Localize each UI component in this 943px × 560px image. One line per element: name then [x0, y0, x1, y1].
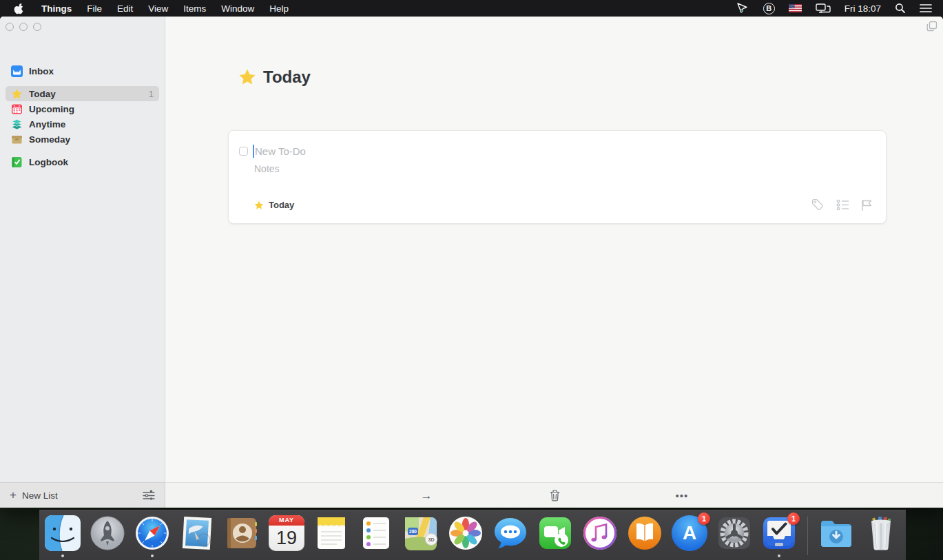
todo-title-input[interactable]: New To-Do [255, 145, 306, 157]
main-content: Today New To-Do Notes Today [165, 17, 943, 508]
dock-notes-icon[interactable] [313, 515, 349, 551]
dock-facetime-icon[interactable] [537, 515, 573, 551]
sidebar: Inbox Today 1 [0, 17, 165, 508]
dock-separator [807, 517, 808, 555]
menu-items[interactable]: Items [176, 0, 214, 17]
zoom-button[interactable] [33, 23, 41, 31]
dock-things-icon[interactable]: 1 [761, 515, 797, 551]
things-badge: 1 [787, 512, 800, 525]
dock-maps-icon[interactable]: 280 3D [403, 515, 439, 551]
sidebar-item-logbook[interactable]: Logbook [6, 154, 159, 169]
flag-icon[interactable] [861, 199, 873, 211]
traffic-lights [6, 23, 41, 31]
maps-3d-badge: 3D [425, 533, 437, 546]
layers-icon [11, 118, 23, 130]
sidebar-item-label: Someday [29, 134, 70, 145]
pointer-status-icon[interactable] [729, 0, 756, 17]
close-button[interactable] [6, 23, 14, 31]
maps-route-shield: 280 [408, 528, 418, 535]
apple-icon [14, 3, 24, 14]
menu-clock[interactable]: Fri 18:07 [838, 0, 888, 17]
menu-app-name[interactable]: Things [34, 0, 79, 17]
dock-downloads-icon[interactable] [818, 515, 854, 551]
logbook-check-icon [11, 156, 23, 168]
dock-ibooks-icon[interactable] [627, 515, 663, 551]
sidebar-item-today[interactable]: Today 1 [6, 86, 159, 101]
new-todo-card: New To-Do Notes Today [228, 130, 887, 224]
list-settings-sliders-icon[interactable] [143, 490, 155, 501]
dock-mail-icon[interactable] [179, 515, 215, 551]
new-list-button[interactable]: New List [22, 490, 58, 501]
text-caret [253, 145, 254, 158]
when-label: Today [269, 200, 294, 210]
today-count-badge: 1 [149, 89, 154, 99]
dock-appstore-icon[interactable]: A 1 [672, 515, 707, 551]
menu-window[interactable]: Window [214, 0, 262, 17]
sidebar-footer: + New List [0, 482, 165, 508]
bottom-toolbar: → ••• [165, 482, 943, 508]
calendar-icon [11, 103, 23, 115]
star-icon [11, 88, 23, 100]
dock-system-preferences-icon[interactable] [716, 515, 752, 551]
checklist-icon[interactable] [836, 199, 849, 211]
b-app-status-icon[interactable]: B [756, 0, 782, 17]
menu-view[interactable]: View [141, 0, 176, 17]
dock-safari-icon[interactable] [134, 515, 170, 551]
minimize-button[interactable] [19, 23, 28, 31]
menu-file[interactable]: File [79, 0, 110, 17]
sidebar-item-label: Logbook [29, 157, 68, 167]
trash-button[interactable] [541, 483, 568, 508]
tag-icon[interactable] [811, 198, 825, 211]
plus-icon: + [10, 488, 17, 502]
page-title-text: Today [263, 68, 311, 87]
notification-center-icon[interactable] [913, 0, 943, 17]
dock-messages-icon[interactable] [493, 515, 528, 551]
today-star-icon [238, 68, 256, 86]
dock-finder-icon[interactable] [45, 515, 81, 551]
page-title: Today [238, 68, 311, 87]
things-window: Inbox Today 1 [0, 17, 943, 508]
more-actions-button[interactable]: ••• [668, 483, 696, 508]
spotlight-search-icon[interactable] [888, 0, 913, 17]
move-arrow-button[interactable]: → [413, 483, 440, 508]
dock: MAY 19 [39, 510, 906, 560]
inbox-icon [11, 65, 23, 77]
apple-menu[interactable] [0, 0, 34, 17]
sidebar-item-label: Anytime [29, 119, 65, 129]
dock-calendar-icon[interactable]: MAY 19 [269, 515, 304, 551]
sidebar-item-someday[interactable]: Someday [6, 132, 159, 147]
sidebar-item-label: Inbox [29, 66, 54, 76]
todo-checkbox[interactable] [239, 147, 248, 156]
when-star-icon [254, 200, 264, 210]
dock-launchpad-icon[interactable] [90, 515, 125, 551]
todo-notes-input[interactable]: Notes [254, 163, 280, 174]
calendar-day-label: 19 [269, 526, 304, 550]
sidebar-item-anytime[interactable]: Anytime [6, 116, 159, 132]
displays-status-icon[interactable] [809, 0, 838, 17]
appstore-badge: 1 [698, 512, 710, 525]
calendar-month-label: MAY [269, 515, 304, 526]
sidebar-item-label: Upcoming [29, 104, 74, 114]
dock-itunes-icon[interactable] [582, 515, 618, 551]
todo-when-tag[interactable]: Today [254, 200, 294, 210]
dock-contacts-icon[interactable] [224, 515, 260, 551]
dock-photos-icon[interactable] [448, 515, 484, 551]
menu-bar: Things File Edit View Items Window Help … [0, 0, 943, 17]
input-source-flag-icon[interactable] [782, 0, 809, 17]
sidebar-item-label: Today [29, 89, 56, 99]
dock-trash-icon[interactable] [863, 515, 899, 551]
sidebar-item-upcoming[interactable]: Upcoming [6, 101, 159, 116]
menu-help[interactable]: Help [262, 0, 296, 17]
sidebar-item-inbox[interactable]: Inbox [6, 63, 159, 79]
dock-reminders-icon[interactable] [358, 515, 394, 551]
multiple-windows-icon[interactable] [926, 21, 937, 32]
menu-edit[interactable]: Edit [110, 0, 141, 17]
appstore-letter: A [683, 522, 696, 544]
box-icon [11, 134, 23, 145]
